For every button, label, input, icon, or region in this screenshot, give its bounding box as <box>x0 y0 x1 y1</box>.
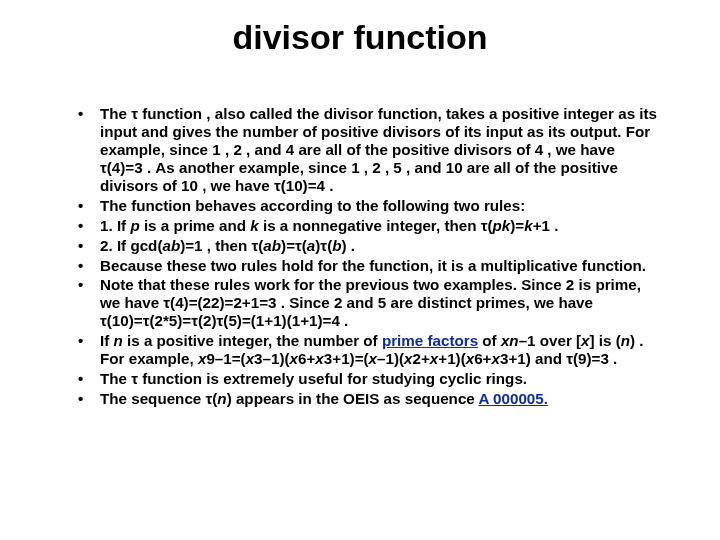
slide: divisor function The τ function , also c… <box>0 0 720 540</box>
list-item: If n is a positive integer, the number o… <box>78 332 660 368</box>
page-title: divisor function <box>60 18 660 57</box>
list-item: 1. If p is a prime and k is a nonnegativ… <box>78 217 660 235</box>
list-item: The τ function is extremely useful for s… <box>78 370 660 388</box>
list-item: The τ function , also called the divisor… <box>78 105 660 195</box>
list-item: Note that these rules work for the previ… <box>78 276 660 330</box>
list-item: The sequence τ(n) appears in the OEIS as… <box>78 390 660 408</box>
list-item: Because these two rules hold for the fun… <box>78 257 660 275</box>
bullet-list: The τ function , also called the divisor… <box>60 105 660 408</box>
list-item: The function behaves according to the fo… <box>78 197 660 215</box>
list-item: 2. If gcd(ab)=1 , then τ(ab)=τ(a)τ(b) . <box>78 237 660 255</box>
